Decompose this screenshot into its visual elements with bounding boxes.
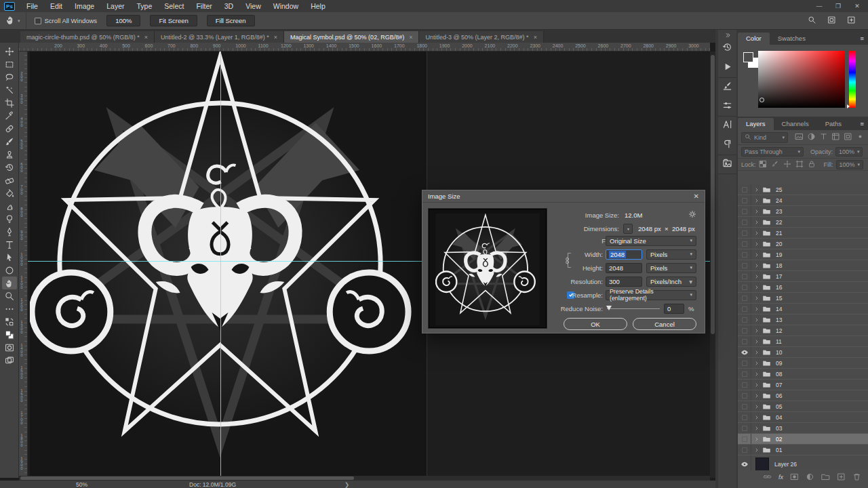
tab-color[interactable]: Color (738, 33, 770, 45)
hand-tool[interactable] (2, 277, 17, 289)
magic-wand-tool[interactable] (2, 83, 17, 96)
actions-panel-icon[interactable] (722, 62, 732, 75)
expand-chevron-icon[interactable] (754, 252, 761, 258)
trash-layers-icon[interactable] (852, 472, 861, 483)
layer-row[interactable]: 25 (738, 184, 868, 195)
paragraph-panel-icon[interactable] (722, 139, 732, 152)
tab-swatches[interactable]: Swatches (770, 33, 814, 45)
zoom-tool[interactable] (2, 289, 17, 302)
visibility-toggle[interactable] (738, 293, 751, 303)
height-unit-select[interactable]: Pixels▾ (646, 263, 696, 273)
document-tab-2[interactable]: Untitled-2 @ 33.3% (Layer 1, RGB/8#) *× (155, 31, 284, 43)
lboard-icon[interactable] (795, 160, 804, 169)
status-chevron-icon[interactable]: ❯ (344, 481, 349, 488)
smudge-tool[interactable] (2, 199, 17, 212)
reduce-noise-slider-thumb[interactable] (606, 306, 612, 310)
layer-effects-icon[interactable]: fx (778, 474, 783, 481)
ok-button[interactable]: OK (564, 318, 627, 330)
visibility-toggle[interactable] (738, 423, 751, 433)
eraser-tool[interactable] (2, 174, 17, 186)
tab-channels[interactable]: Channels (774, 118, 817, 130)
horizontal-scrollbar[interactable] (19, 476, 710, 481)
menu-item-filter[interactable]: Filter (190, 2, 218, 10)
expand-chevron-icon[interactable] (754, 328, 761, 333)
height-input[interactable]: 2048 (606, 263, 642, 273)
link-layers-icon[interactable] (763, 472, 772, 483)
fpin-filter-icon[interactable] (856, 132, 865, 142)
layer-row[interactable]: 13 (738, 314, 868, 325)
tab-close-icon[interactable]: × (534, 34, 537, 41)
visibility-toggle[interactable] (738, 271, 751, 281)
expand-chevron-icon[interactable] (754, 436, 761, 442)
visibility-toggle[interactable] (738, 239, 751, 249)
layer-row[interactable]: 08 (738, 369, 868, 380)
expand-chevron-icon[interactable] (754, 220, 761, 225)
menu-item-select[interactable]: Select (158, 2, 190, 10)
hue-slider-marker[interactable] (847, 104, 850, 108)
visibility-toggle[interactable] (738, 445, 751, 455)
collapse-panels-icon[interactable] (724, 31, 731, 39)
visibility-toggle[interactable] (738, 390, 751, 401)
opacity-select[interactable]: 100% ▾ (835, 147, 863, 157)
minimize-icon[interactable]: — (811, 1, 827, 11)
layer-row[interactable]: 10 (738, 347, 868, 358)
layer-row[interactable]: 03 (738, 423, 868, 434)
paint-bucket-tool[interactable] (2, 186, 17, 199)
status-zoom-level[interactable]: 50% (76, 481, 87, 488)
document-tab-3[interactable]: Magical Symbol.psd @ 50% (02, RGB/8#)× (284, 31, 419, 43)
expand-chevron-icon[interactable] (754, 230, 761, 236)
layer-row[interactable]: 18 (738, 260, 868, 271)
close-icon[interactable]: ✕ (849, 1, 865, 11)
clone-stamp-tool[interactable] (2, 148, 17, 161)
swap-colors[interactable] (2, 315, 17, 328)
reduce-noise-slider[interactable] (607, 308, 660, 309)
fill-select[interactable]: 100% ▾ (836, 160, 863, 169)
share-icon[interactable] (847, 16, 856, 26)
menu-item-image[interactable]: Image (68, 2, 100, 10)
menu-item-edit[interactable]: Edit (44, 2, 68, 10)
brushset-panel-icon[interactable] (722, 81, 732, 94)
tab-paths[interactable]: Paths (817, 118, 850, 130)
panel-menu-icon[interactable]: ≡ (860, 35, 864, 42)
menu-item-window[interactable]: Window (267, 2, 304, 10)
menu-item-3d[interactable]: 3D (218, 2, 239, 10)
expand-chevron-icon[interactable] (754, 209, 761, 214)
tab-close-icon[interactable]: × (274, 34, 277, 41)
visibility-toggle[interactable] (738, 358, 751, 368)
eyedropper-tool[interactable] (2, 109, 17, 122)
fshape-filter-icon[interactable] (831, 132, 840, 142)
fill-screen-button[interactable]: Fill Screen (207, 15, 255, 26)
screen-mode[interactable] (2, 354, 17, 367)
healing-brush-tool[interactable] (2, 122, 17, 135)
expand-chevron-icon[interactable] (754, 447, 761, 453)
fit-to-select[interactable]: Original Size▾ (606, 236, 696, 246)
menu-item-layer[interactable]: Layer (100, 2, 130, 10)
quick-mask[interactable] (2, 341, 17, 354)
blend-mode-select[interactable]: Pass Through ▾ (741, 147, 804, 157)
expand-chevron-icon[interactable] (754, 404, 761, 409)
dialog-preview[interactable] (428, 208, 547, 329)
dodge-tool[interactable] (2, 212, 17, 225)
marquee-tool[interactable] (2, 58, 17, 70)
menu-item-file[interactable]: File (20, 2, 44, 10)
layer-row[interactable]: 14 (738, 304, 868, 314)
document-tab-4[interactable]: Untitled-3 @ 50% (Layer 2, RGB/8#) *× (419, 31, 543, 43)
fit-screen-button[interactable]: Fit Screen (150, 15, 197, 26)
layer-row[interactable]: 12 (738, 325, 868, 336)
document-tab-1[interactable]: magic-circle-thumb.psd @ 50% (RGB/8) *× (20, 31, 155, 43)
visibility-toggle[interactable] (738, 314, 751, 325)
move-tool[interactable] (2, 45, 17, 58)
tab-close-icon[interactable]: × (409, 34, 412, 41)
new-layers-icon[interactable] (837, 472, 846, 483)
visibility-toggle[interactable] (738, 184, 751, 195)
layer-row[interactable]: Layer 26 (738, 455, 868, 470)
expand-chevron-icon[interactable] (754, 371, 761, 377)
visibility-toggle[interactable] (738, 347, 751, 357)
layer-row[interactable]: 21 (738, 228, 868, 239)
dimensions-unit-select[interactable]: ▾ (623, 224, 633, 234)
restore-icon[interactable]: ❐ (830, 1, 846, 11)
expand-chevron-icon[interactable] (754, 317, 761, 323)
expand-chevron-icon[interactable] (754, 274, 761, 279)
history-brush-tool[interactable] (2, 161, 17, 174)
expand-chevron-icon[interactable] (754, 393, 761, 399)
